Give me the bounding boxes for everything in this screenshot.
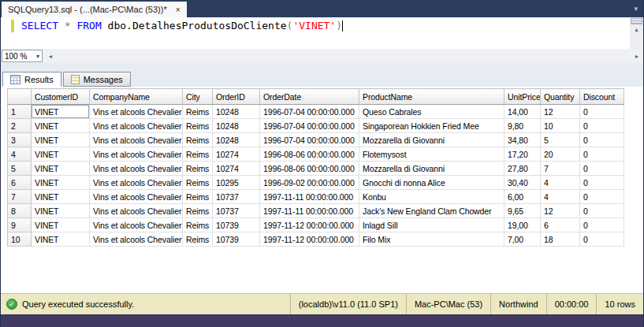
row-number[interactable]: 6 [8,176,32,190]
grid-cell[interactable]: 14,00 [504,105,541,119]
grid-cell[interactable]: 1997-11-11 00:00:00.000 [260,204,359,218]
grid-cell[interactable]: Mozzarella di Giovanni [359,133,504,147]
grid-cell[interactable]: 27,80 [504,162,541,176]
tab-results[interactable]: Results [2,72,61,87]
grid-cell[interactable]: 0 [580,190,624,204]
row-number[interactable]: 4 [8,147,32,162]
grid-cell[interactable]: 0 [580,105,624,119]
grid-cell[interactable]: 7 [541,162,580,176]
editor-horizontal-scrollbar[interactable]: 100 % ▾ ◄ ► [1,49,643,63]
column-header[interactable]: City [183,89,213,105]
grid-cell[interactable]: 1996-09-02 00:00:00.000 [260,176,359,190]
column-header[interactable]: Quantity [541,89,580,105]
grid-cell[interactable]: 0 [580,162,624,176]
grid-cell[interactable]: Reims [183,218,213,232]
grid-cell[interactable]: 1997-11-12 00:00:00.000 [260,218,359,232]
tab-list-chevron-icon[interactable]: ▾ [634,5,638,13]
grid-cell[interactable]: Reims [183,133,213,147]
grid-cell[interactable]: 10 [541,119,580,133]
grid-cell[interactable]: Jack's New England Clam Chowder [359,204,504,218]
grid-cell[interactable]: Inlagd Sill [359,218,504,232]
grid-cell[interactable]: 30,40 [504,176,541,190]
grid-cell[interactable]: 1996-07-04 00:00:00.000 [260,133,359,147]
grid-cell[interactable]: VINET [32,119,90,133]
grid-cell[interactable]: 12 [541,105,580,119]
grid-cell[interactable]: Vins et alcools Chevalier [90,162,183,176]
grid-cell[interactable]: 4 [541,190,580,204]
grid-cell[interactable]: 1997-11-12 00:00:00.000 [260,232,359,247]
close-icon[interactable]: × [174,6,182,14]
grid-cell[interactable]: Vins et alcools Chevalier [90,147,183,162]
grid-cell[interactable]: Flotemysost [359,147,504,162]
row-number[interactable]: 8 [8,204,32,218]
grid-cell[interactable]: 0 [580,232,624,247]
grid-cell[interactable]: 9,80 [504,119,541,133]
column-header[interactable]: CompanyName [90,89,183,105]
grid-cell[interactable]: 0 [580,147,624,162]
tab-messages[interactable]: Messages [63,72,131,87]
grid-cell[interactable]: Vins et alcools Chevalier [90,190,183,204]
row-number[interactable]: 9 [8,218,32,232]
scroll-right-icon[interactable]: ► [631,54,643,59]
scroll-left-icon[interactable]: ◄ [44,54,57,59]
grid-cell[interactable]: 6,00 [504,190,541,204]
document-tab[interactable]: SQLQuery13.sql - (...(Mac-PC\Mac (53))* … [2,2,187,17]
column-header[interactable]: CustomerID [32,89,90,105]
grid-cell[interactable]: VINET [32,190,90,204]
column-header[interactable]: ProductName [359,89,504,105]
grid-cell[interactable]: 0 [580,176,624,190]
row-number[interactable]: 10 [8,232,32,247]
grid-cell[interactable]: Reims [183,162,213,176]
grid-cell[interactable]: 1996-08-06 00:00:00.000 [260,162,359,176]
grid-cell[interactable]: Reims [183,105,213,119]
grid-cell[interactable]: VINET [32,176,90,190]
grid-cell[interactable]: 19,00 [504,218,541,232]
grid-cell[interactable]: 20 [541,147,580,162]
row-number[interactable]: 1 [8,105,32,119]
grid-cell[interactable]: 6 [541,218,580,232]
grid-cell[interactable]: 9,65 [504,204,541,218]
row-number[interactable]: 2 [8,119,32,133]
sql-code-line[interactable]: SELECT * FROM dbo.DetalhesProdutosDoClie… [17,17,343,49]
grid-cell[interactable]: 0 [580,119,624,133]
grid-cell[interactable]: 1996-08-06 00:00:00.000 [260,147,359,162]
grid-cell[interactable]: 0 [580,204,624,218]
grid-cell[interactable]: Vins et alcools Chevalier [90,105,183,119]
grid-cell[interactable]: 1996-07-04 00:00:00.000 [260,105,359,119]
grid-cell[interactable]: Vins et alcools Chevalier [90,133,183,147]
column-header[interactable]: UnitPrice [504,89,541,105]
grid-cell[interactable]: 10248 [213,105,260,119]
grid-cell[interactable]: VINET [32,218,90,232]
grid-cell[interactable]: Vins et alcools Chevalier [90,204,183,218]
grid-cell[interactable]: Vins et alcools Chevalier [90,119,183,133]
grid-cell[interactable]: 10248 [213,119,260,133]
grid-cell[interactable]: Vins et alcools Chevalier [90,176,183,190]
grid-cell[interactable]: 10737 [213,204,260,218]
pane-splitter[interactable] [1,63,643,71]
grid-cell[interactable]: VINET [32,162,90,176]
grid-cell[interactable]: 34,80 [504,133,541,147]
grid-cell[interactable]: Mozzarella di Giovanni [359,162,504,176]
grid-cell[interactable]: 1996-07-04 00:00:00.000 [260,119,359,133]
grid-cell[interactable]: 10248 [213,133,260,147]
grid-cell[interactable]: Vins et alcools Chevalier [90,232,183,247]
grid-cell[interactable]: Reims [183,190,213,204]
grid-cell[interactable]: 7,00 [504,232,541,247]
row-number[interactable]: 5 [8,162,32,176]
grid-cell[interactable]: Reims [183,204,213,218]
zoom-control[interactable]: 100 % ▾ [2,50,43,62]
grid-cell[interactable]: VINET [32,204,90,218]
grid-cell[interactable]: 0 [580,133,624,147]
column-header[interactable]: OrderID [213,89,260,105]
column-header[interactable]: Discount [580,89,624,105]
grid-cell[interactable]: 12 [541,204,580,218]
grid-cell[interactable]: 10274 [213,147,260,162]
grid-cell[interactable]: 10295 [213,176,260,190]
grid-cell[interactable]: 10739 [213,232,260,247]
grid-cell[interactable]: 10274 [213,162,260,176]
grid-cell[interactable]: Filo Mix [359,232,504,247]
grid-cell[interactable]: Reims [183,176,213,190]
grid-cell[interactable]: Reims [183,119,213,133]
row-number[interactable]: 7 [8,190,32,204]
grid-cell[interactable]: 10737 [213,190,260,204]
